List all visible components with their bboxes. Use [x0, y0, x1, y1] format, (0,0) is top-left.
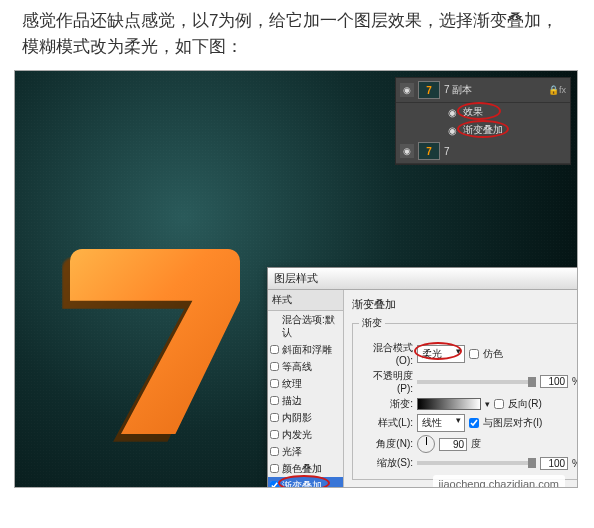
percent-label: %	[572, 458, 578, 469]
reverse-label: 反向(R)	[508, 397, 542, 411]
lock-icon: 🔒	[548, 85, 559, 95]
tutorial-screenshot: ◉ 7 7 副本 🔒 fx ◉ 效果 ◉ 渐变叠加 ◉ 7 7 图层样式	[14, 70, 578, 488]
side-item-blend-options[interactable]: 混合选项:默认	[268, 311, 343, 341]
side-item-contour[interactable]: 等高线	[268, 358, 343, 375]
dither-checkbox[interactable]	[469, 349, 479, 359]
percent-label: %	[572, 376, 578, 387]
checkbox[interactable]	[270, 379, 279, 388]
layer-effects-row[interactable]: ◉ 效果	[396, 103, 570, 121]
gradient-preview[interactable]	[417, 398, 481, 410]
side-item-satin[interactable]: 光泽	[268, 443, 343, 460]
opacity-label: 不透明度(P):	[359, 369, 413, 394]
layers-panel: ◉ 7 7 副本 🔒 fx ◉ 效果 ◉ 渐变叠加 ◉ 7 7	[395, 77, 571, 165]
scale-input[interactable]: 100	[540, 457, 568, 470]
angle-input[interactable]: 90	[439, 438, 467, 451]
checkbox[interactable]	[270, 345, 279, 354]
dialog-main: 渐变叠加 渐变 混合模式(O): 柔光 仿色 不透明度(P):	[344, 290, 578, 488]
side-item-stroke[interactable]: 描边	[268, 392, 343, 409]
group-title: 渐变	[359, 316, 385, 330]
angle-label: 角度(N):	[359, 437, 413, 451]
gradient-overlay-label: 渐变叠加	[463, 124, 503, 135]
section-title: 渐变叠加	[352, 295, 578, 316]
intro-paragraph: 感觉作品还缺点感觉，以7为例，给它加一个图层效果，选择渐变叠加，模糊模式改为柔光…	[0, 0, 594, 70]
eye-icon[interactable]: ◉	[448, 107, 457, 118]
opacity-slider[interactable]	[417, 380, 536, 384]
visibility-icon[interactable]: ◉	[400, 83, 414, 97]
checkbox[interactable]	[270, 447, 279, 456]
side-item-color-overlay[interactable]: 颜色叠加	[268, 460, 343, 477]
layer-thumbnail[interactable]: 7	[418, 81, 440, 99]
checkbox[interactable]	[270, 430, 279, 439]
effects-label: 效果	[463, 106, 483, 117]
sidebar-header: 样式	[268, 290, 343, 311]
blend-mode-select[interactable]: 柔光	[417, 345, 465, 363]
checkbox[interactable]	[270, 464, 279, 473]
gradient-label: 渐变:	[359, 397, 413, 411]
align-label: 与图层对齐(I)	[483, 416, 542, 430]
checkbox[interactable]	[270, 413, 279, 422]
layer-name: 7 副本	[444, 83, 548, 97]
style-select[interactable]: 线性	[417, 414, 465, 432]
layer-effect-gradient-overlay[interactable]: ◉ 渐变叠加	[396, 121, 570, 139]
watermark-url: jiaocheng.chazidian.com	[433, 475, 565, 488]
style-label: 样式(L):	[359, 416, 413, 430]
styles-sidebar: 样式 混合选项:默认 斜面和浮雕 等高线 纹理 描边 内阴影 内发光 光泽 颜色…	[268, 290, 344, 488]
layer-row[interactable]: ◉ 7 7	[396, 139, 570, 164]
degree-label: 度	[471, 437, 481, 451]
blend-mode-label: 混合模式(O):	[359, 341, 413, 366]
fx-badge[interactable]: fx	[559, 85, 566, 95]
layer-style-dialog: 图层样式 样式 混合选项:默认 斜面和浮雕 等高线 纹理 描边 内阴影 内发光 …	[267, 267, 578, 488]
side-item-inner-shadow[interactable]: 内阴影	[268, 409, 343, 426]
layer-thumbnail[interactable]: 7	[418, 142, 440, 160]
visibility-icon[interactable]: ◉	[400, 144, 414, 158]
checkbox[interactable]	[270, 396, 279, 405]
side-item-inner-glow[interactable]: 内发光	[268, 426, 343, 443]
number-7-artwork	[70, 249, 240, 434]
scale-slider[interactable]	[417, 461, 536, 465]
side-item-gradient-overlay[interactable]: 渐变叠加	[268, 477, 343, 488]
layer-row[interactable]: ◉ 7 7 副本 🔒 fx	[396, 78, 570, 103]
eye-icon[interactable]: ◉	[448, 125, 457, 136]
layer-name: 7	[444, 146, 566, 157]
align-checkbox[interactable]	[469, 418, 479, 428]
reverse-checkbox[interactable]	[494, 399, 504, 409]
checkbox[interactable]	[270, 481, 279, 488]
checkbox[interactable]	[270, 362, 279, 371]
side-item-texture[interactable]: 纹理	[268, 375, 343, 392]
dialog-title: 图层样式	[268, 268, 578, 290]
opacity-input[interactable]: 100	[540, 375, 568, 388]
angle-dial[interactable]	[417, 435, 435, 453]
scale-label: 缩放(S):	[359, 456, 413, 470]
dither-label: 仿色	[483, 347, 503, 361]
side-item-bevel[interactable]: 斜面和浮雕	[268, 341, 343, 358]
